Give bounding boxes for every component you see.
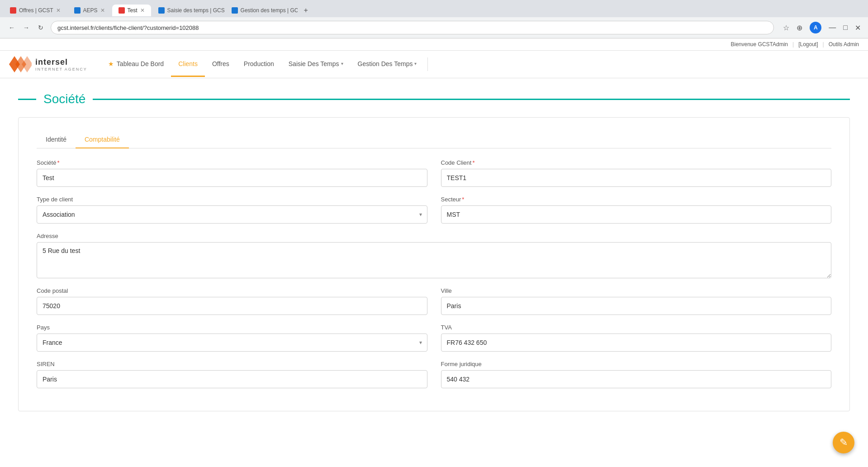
nav-gestion-des-temps[interactable]: Gestion Des Temps ▾ bbox=[351, 52, 424, 77]
minimize-icon[interactable]: — bbox=[827, 22, 838, 33]
nav-label-saisie: Saisie Des Temps bbox=[289, 60, 339, 67]
nav-offres[interactable]: Offres bbox=[205, 52, 237, 77]
logo-company-name: intersel INTERNET AGENCY bbox=[35, 57, 87, 71]
tab-comptabilite-label: Comptabilité bbox=[85, 136, 120, 143]
type-client-select[interactable]: Association Société Particulier Autre bbox=[37, 205, 427, 224]
form-tabs: Identité Comptabilité bbox=[37, 131, 831, 148]
tab-favicon-saisie bbox=[158, 7, 165, 14]
section-header-line-left bbox=[18, 99, 36, 100]
logout-link[interactable]: [Logout] bbox=[798, 41, 818, 48]
logo-sub-text: INTERNET AGENCY bbox=[35, 67, 87, 71]
tab-identite[interactable]: Identité bbox=[37, 131, 76, 148]
logo-svg bbox=[9, 56, 32, 72]
form-row-4: Code postal Ville bbox=[37, 287, 831, 315]
user-bar: Bienvenue GCSTAdmin | [Logout] | Outils … bbox=[0, 38, 868, 51]
form-group-code-postal: Code postal bbox=[37, 287, 427, 315]
tab-gestion[interactable]: Gestion des temps | GCST ✕ bbox=[225, 5, 298, 16]
gestion-dropdown-icon: ▾ bbox=[414, 61, 417, 66]
tab-test[interactable]: Test ✕ bbox=[112, 5, 151, 16]
star-icon: ★ bbox=[108, 60, 114, 67]
tab-label-test: Test bbox=[128, 7, 138, 14]
tab-comptabilite[interactable]: Comptabilité bbox=[76, 131, 129, 148]
new-tab-button[interactable]: + bbox=[299, 4, 313, 17]
tab-close-offres[interactable]: ✕ bbox=[56, 7, 61, 14]
section-title: Société bbox=[43, 92, 85, 106]
page-content: Société Identité Comptabilité Société* bbox=[0, 78, 868, 420]
form-row-1: Société* Code Client* bbox=[37, 159, 831, 187]
form-group-code-client: Code Client* bbox=[441, 159, 832, 187]
tab-label-saisie: Saisie des temps | GCST bbox=[167, 7, 224, 14]
tab-bar: Offres | GCST ✕ AEPS ✕ Test ✕ Saisie des… bbox=[0, 0, 868, 17]
url-input[interactable] bbox=[51, 21, 774, 34]
form-container: Identité Comptabilité Société* Code Clie… bbox=[18, 117, 850, 411]
form-group-ville: Ville bbox=[441, 287, 832, 315]
svg-marker-2 bbox=[22, 56, 32, 72]
ville-input[interactable] bbox=[441, 297, 832, 315]
sep2: | bbox=[823, 41, 824, 48]
browser-chrome: Offres | GCST ✕ AEPS ✕ Test ✕ Saisie des… bbox=[0, 0, 868, 38]
tab-label-gestion: Gestion des temps | GCST bbox=[241, 7, 298, 14]
siren-label: SIREN bbox=[37, 361, 427, 367]
form-group-societe: Société* bbox=[37, 159, 427, 187]
forward-button[interactable]: → bbox=[20, 21, 33, 34]
type-client-select-wrap: Association Société Particulier Autre ▾ bbox=[37, 205, 427, 224]
code-client-label: Code Client* bbox=[441, 159, 832, 166]
adresse-label: Adresse bbox=[37, 233, 831, 239]
tab-label-offres: Offres | GCST bbox=[19, 7, 53, 14]
tva-input[interactable] bbox=[441, 334, 832, 352]
code-postal-label: Code postal bbox=[37, 287, 427, 294]
nav-tableau-de-bord[interactable]: ★ Tableau De Bord bbox=[101, 52, 171, 77]
tab-favicon-offres bbox=[10, 7, 16, 14]
tva-label: TVA bbox=[441, 324, 832, 331]
saisie-dropdown-icon: ▾ bbox=[341, 61, 343, 66]
maximize-icon[interactable]: □ bbox=[841, 22, 849, 33]
forme-juridique-label: Forme juridique bbox=[441, 361, 832, 367]
nav-label-production: Production bbox=[244, 60, 274, 67]
tab-saisie[interactable]: Saisie des temps | GCST ✕ bbox=[152, 5, 224, 16]
nav-saisie-des-temps[interactable]: Saisie Des Temps ▾ bbox=[281, 52, 351, 77]
type-client-label: Type de client bbox=[37, 196, 427, 203]
forme-juridique-input[interactable] bbox=[441, 370, 832, 388]
nav-separator bbox=[427, 57, 428, 71]
societe-input[interactable] bbox=[37, 169, 427, 187]
admin-link[interactable]: Outils Admin bbox=[829, 41, 859, 48]
browser-nav-buttons: ← → ↻ bbox=[5, 21, 47, 34]
pays-select-wrap: France Belgique Suisse Autre ▾ bbox=[37, 334, 427, 352]
secteur-input[interactable] bbox=[441, 205, 832, 224]
societe-required: * bbox=[57, 159, 59, 166]
societe-label: Société* bbox=[37, 159, 427, 166]
form-row-3: Adresse bbox=[37, 233, 831, 278]
code-client-input[interactable] bbox=[441, 169, 832, 187]
pays-label: Pays bbox=[37, 324, 427, 331]
nav-production[interactable]: Production bbox=[237, 52, 281, 77]
code-postal-input[interactable] bbox=[37, 297, 427, 315]
extensions-icon[interactable]: ⊕ bbox=[795, 22, 804, 34]
back-button[interactable]: ← bbox=[5, 21, 18, 34]
logo-main-text: intersel bbox=[35, 57, 87, 67]
tab-close-aeps[interactable]: ✕ bbox=[100, 7, 105, 14]
tab-aeps[interactable]: AEPS ✕ bbox=[68, 5, 111, 16]
reload-button[interactable]: ↻ bbox=[34, 21, 47, 34]
tab-label-aeps: AEPS bbox=[83, 7, 98, 14]
bookmark-star-icon[interactable]: ☆ bbox=[781, 22, 791, 34]
form-group-pays: Pays France Belgique Suisse Autre ▾ bbox=[37, 324, 427, 352]
form-group-secteur: Secteur* bbox=[441, 196, 832, 224]
nav-clients[interactable]: Clients bbox=[171, 52, 205, 77]
tab-favicon-gestion bbox=[232, 7, 238, 14]
siren-input[interactable] bbox=[37, 370, 427, 388]
form-group-type-client: Type de client Association Société Parti… bbox=[37, 196, 427, 224]
code-client-required: * bbox=[472, 159, 474, 166]
tab-close-test[interactable]: ✕ bbox=[140, 7, 145, 14]
tab-offres[interactable]: Offres | GCST ✕ bbox=[4, 5, 67, 16]
pays-select[interactable]: France Belgique Suisse Autre bbox=[37, 334, 427, 352]
form-group-tva: TVA bbox=[441, 324, 832, 352]
user-avatar: A bbox=[810, 22, 821, 33]
nav-label-offres: Offres bbox=[212, 60, 229, 67]
close-window-icon[interactable]: ✕ bbox=[853, 22, 863, 34]
ville-label: Ville bbox=[441, 287, 832, 294]
form-row-6: SIREN Forme juridique bbox=[37, 361, 831, 388]
form-row-5: Pays France Belgique Suisse Autre ▾ TVA bbox=[37, 324, 831, 352]
sep1: | bbox=[792, 41, 794, 48]
adresse-textarea[interactable] bbox=[37, 242, 831, 278]
profile-icon[interactable]: A bbox=[808, 20, 823, 35]
